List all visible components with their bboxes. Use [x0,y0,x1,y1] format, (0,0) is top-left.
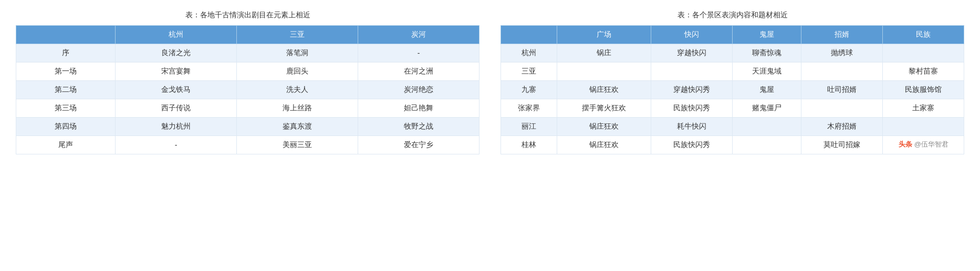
table1-header-3: 炭河 [358,26,479,44]
table-cell: 落笔洞 [237,44,358,62]
table-cell [801,62,883,81]
table1-header-row: 杭州 三亚 炭河 [16,26,479,44]
table-cell: - [358,44,479,62]
table-cell: 桂林 [501,136,557,154]
table1-header-0 [16,26,116,44]
table-row: 九寨锅庄狂欢穿越快闪秀鬼屋吐司招婿民族服饰馆 [501,81,964,99]
table2-header-2: 快闪 [651,26,733,44]
table-cell: 抛绣球 [801,44,883,62]
table-cell [883,44,964,62]
table-row: 尾声-美丽三亚爱在宁乡 [16,136,479,154]
table1: 杭州 三亚 炭河 序良渚之光落笔洞-第一场宋宫宴舞鹿回头在河之洲第二场金戈铁马洗… [16,25,479,154]
table-row: 第三场西子传说海上丝路妲己艳舞 [16,99,479,118]
table-cell: 莫吐司招嫁 [801,136,883,154]
table-cell: 锅庄 [557,44,651,62]
table2-header-1: 广场 [557,26,651,44]
table-cell: 西子传说 [116,99,237,118]
table-cell: 天涯鬼域 [732,62,801,81]
watermark-text: @伍华智君 [914,140,948,149]
table-cell: 三亚 [501,62,557,81]
table-row: 第二场金戈铁马洗夫人炭河绝恋 [16,81,479,99]
table-cell: 第四场 [16,118,116,136]
table-cell [557,62,651,81]
table2-header-row: 广场 快闪 鬼屋 招婿 民族 [501,26,964,44]
table-cell: 吐司招婿 [801,81,883,99]
table-cell: 鉴真东渡 [237,118,358,136]
table-cell: 锅庄狂欢 [557,136,651,154]
table-cell: 洗夫人 [237,81,358,99]
table-cell: 爱在宁乡 [358,136,479,154]
table-row: 桂林锅庄狂欢民族快闪秀莫吐司招嫁 [501,136,964,154]
table-cell: 在河之洲 [358,62,479,81]
table-cell: 穿越快闪 [651,44,733,62]
table-cell: 耗牛快闪 [651,118,733,136]
table-cell: 牧野之战 [358,118,479,136]
table-cell: 海上丝路 [237,99,358,118]
table-cell: 民族快闪秀 [651,99,733,118]
table-cell [732,136,801,154]
table-cell: 第三场 [16,99,116,118]
table-cell [732,118,801,136]
table2-header-5: 民族 [883,26,964,44]
table-cell: 九寨 [501,81,557,99]
table-row: 序良渚之光落笔洞- [16,44,479,62]
table-cell: 魅力杭州 [116,118,237,136]
table-cell: 第一场 [16,62,116,81]
table-cell: 黎村苗寨 [883,62,964,81]
table-cell: - [116,136,237,154]
table1-header-2: 三亚 [237,26,358,44]
table-cell: 金戈铁马 [116,81,237,99]
table1-section: 表：各地千古情演出剧目在元素上相近 杭州 三亚 炭河 序良渚之光落笔洞-第一场宋… [16,11,479,154]
table-cell: 良渚之光 [116,44,237,62]
table-cell: 民族快闪秀 [651,136,733,154]
table-cell: 土家寨 [883,99,964,118]
table-row: 张家界摆手篝火狂欢民族快闪秀赌鬼僵尸土家寨 [501,99,964,118]
watermark-logo: 头条 [899,140,912,149]
table-cell: 木府招婿 [801,118,883,136]
table-cell: 宋宫宴舞 [116,62,237,81]
table-row: 第四场魅力杭州鉴真东渡牧野之战 [16,118,479,136]
table-cell: 锅庄狂欢 [557,118,651,136]
table-cell [883,118,964,136]
table-row: 三亚天涯鬼域黎村苗寨 [501,62,964,81]
table-cell: 序 [16,44,116,62]
table-cell: 炭河绝恋 [358,81,479,99]
table-cell: 摆手篝火狂欢 [557,99,651,118]
table-cell: 美丽三亚 [237,136,358,154]
table-cell: 第二场 [16,81,116,99]
table-cell: 尾声 [16,136,116,154]
table-row: 丽江锅庄狂欢耗牛快闪木府招婿 [501,118,964,136]
table-cell [651,62,733,81]
table-cell: 穿越快闪秀 [651,81,733,99]
table-cell: 聊斋惊魂 [732,44,801,62]
table-cell: 丽江 [501,118,557,136]
table2: 广场 快闪 鬼屋 招婿 民族 杭州锅庄穿越快闪聊斋惊魂抛绣球三亚天涯鬼域黎村苗寨… [501,25,964,154]
watermark: 头条 @伍华智君 [899,140,948,149]
table-cell: 杭州 [501,44,557,62]
table2-header-0 [501,26,557,44]
table-cell: 鹿回头 [237,62,358,81]
table2-header-4: 招婿 [801,26,883,44]
table1-title: 表：各地千古情演出剧目在元素上相近 [16,11,479,20]
table-cell [801,99,883,118]
table1-header-1: 杭州 [116,26,237,44]
table-cell: 赌鬼僵尸 [732,99,801,118]
table-row: 杭州锅庄穿越快闪聊斋惊魂抛绣球 [501,44,964,62]
table-cell: 妲己艳舞 [358,99,479,118]
table-cell: 鬼屋 [732,81,801,99]
table-cell: 锅庄狂欢 [557,81,651,99]
table2-title: 表：各个景区表演内容和题材相近 [501,11,964,20]
table2-header-3: 鬼屋 [732,26,801,44]
table-row: 第一场宋宫宴舞鹿回头在河之洲 [16,62,479,81]
table-cell: 张家界 [501,99,557,118]
table2-section: 表：各个景区表演内容和题材相近 广场 快闪 鬼屋 招婿 民族 杭州锅庄穿越快闪聊… [501,11,964,154]
table-cell: 民族服饰馆 [883,81,964,99]
